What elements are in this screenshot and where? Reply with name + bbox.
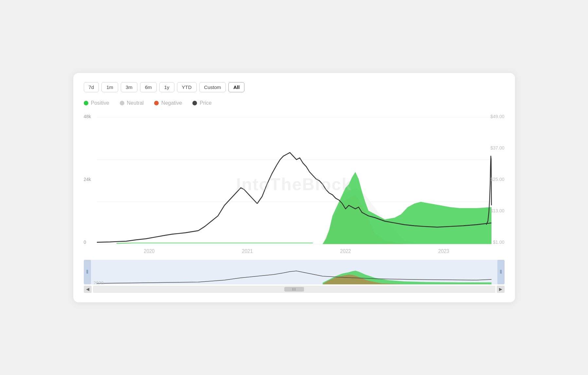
navigator-handle-right[interactable]: ⦀ [497,260,505,284]
time-range-selector: 7d 1m 3m 6m 1y YTD Custom All [84,82,505,92]
positive-trace-early [116,243,313,243]
navigator-handle-left[interactable]: ⦀ [84,260,91,284]
btn-1m[interactable]: 1m [101,82,118,92]
y-axis-left: 48k 24k 0 [84,114,91,255]
chart-legend: Positive Neutral Negative Price [84,100,505,106]
neutral-dot [120,101,124,105]
positive-area [323,172,491,244]
price-dot [192,101,197,105]
negative-dot [154,101,159,105]
price-line-early [97,230,198,242]
y-label-49: $49.00 [490,114,505,119]
left-handle-icon: ⦀ [86,269,89,275]
btn-6m[interactable]: 6m [140,82,157,92]
scroll-left-arrow[interactable]: ◀ [84,286,92,293]
navigator-year-label: 2020 [94,280,104,284]
scroll-thumb[interactable]: III [284,287,304,292]
navigator-bg: ⦀ ⦀ 2020 [84,260,505,284]
right-handle-icon: ⦀ [500,269,502,275]
y-label-48k: 48k [84,114,91,119]
positive-dot [84,101,88,105]
chart-card: 7d 1m 3m 6m 1y YTD Custom All Positive N… [73,73,515,302]
x-label-2022: 2022 [340,248,351,254]
positive-label: Positive [91,100,109,106]
negative-label: Negative [161,100,182,106]
x-label-2020: 2020 [144,248,155,254]
chart-svg: 2020 2021 2022 2023 [84,114,505,255]
price-line-2020 [198,188,257,230]
legend-price[interactable]: Price [192,100,211,106]
price-line-peak [257,152,323,204]
y-label-25: $25.00 [490,177,505,182]
navigator-svg [84,260,505,284]
btn-custom[interactable]: Custom [199,82,226,92]
legend-neutral[interactable]: Neutral [120,100,144,106]
price-label: Price [200,100,211,106]
y-label-1: $1.00 [490,240,505,245]
y-label-13: $13.00 [490,208,505,213]
legend-negative[interactable]: Negative [154,100,182,106]
main-chart: 48k 24k 0 $49.00 $37.00 $25.00 $13.00 $1… [84,114,505,255]
scroll-right-arrow[interactable]: ▶ [497,286,505,293]
btn-1y[interactable]: 1y [159,82,174,92]
btn-ytd[interactable]: YTD [177,82,197,92]
x-label-2021: 2021 [242,248,253,254]
y-label-24k: 24k [84,177,91,182]
scroll-track: III [93,286,495,293]
navigator: ⦀ ⦀ 2020 ◀ III ▶ [84,260,505,296]
y-label-0: 0 [84,240,91,245]
y-label-37: $37.00 [490,145,505,151]
btn-all[interactable]: All [228,82,244,92]
x-label-2023: 2023 [438,248,449,254]
scrollbar: ◀ III ▶ [84,286,505,293]
legend-positive[interactable]: Positive [84,100,109,106]
neutral-label: Neutral [127,100,144,106]
btn-3m[interactable]: 3m [121,82,137,92]
btn-7d[interactable]: 7d [84,82,99,92]
y-axis-right: $49.00 $37.00 $25.00 $13.00 $1.00 [490,114,505,255]
